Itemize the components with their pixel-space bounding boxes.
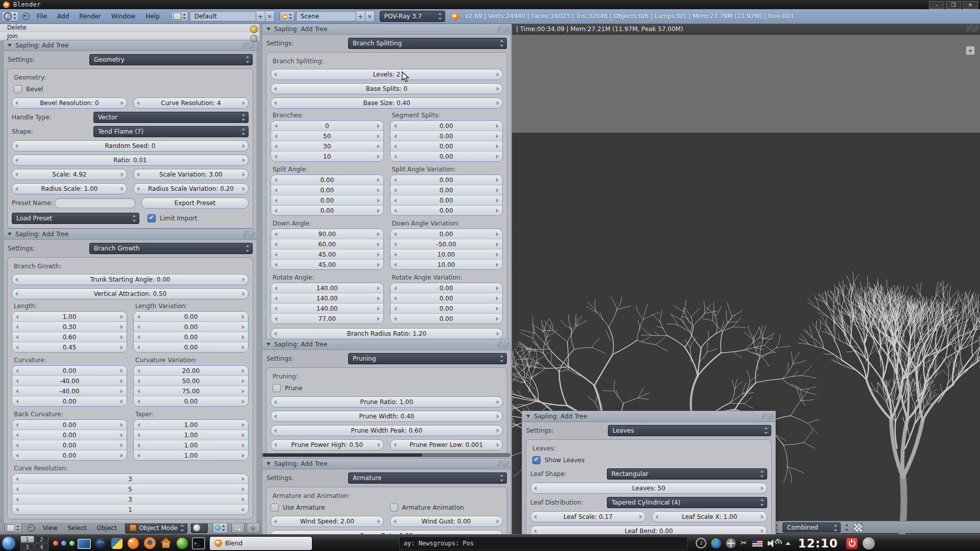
panel-grip-icon[interactable] bbox=[243, 42, 255, 49]
prune-width-peak-slider[interactable]: Prune Width Peak: 0.60 bbox=[271, 425, 503, 436]
decrement-arrow[interactable] bbox=[275, 134, 277, 138]
increment-arrow[interactable] bbox=[242, 399, 244, 404]
decrement-arrow[interactable] bbox=[137, 369, 140, 373]
collapse-triangle-icon[interactable] bbox=[8, 44, 12, 47]
number-field[interactable]: 0.00 bbox=[12, 430, 127, 440]
power-button[interactable] bbox=[846, 537, 858, 549]
scene-name-field[interactable]: Scene bbox=[296, 11, 356, 21]
settings-dropdown-branch-growth[interactable]: Branch Growth bbox=[89, 243, 253, 254]
number-field[interactable]: 10 bbox=[271, 151, 383, 161]
number-field[interactable]: 0.00 bbox=[12, 396, 127, 406]
panel-geometry-header[interactable]: Sapling: Add Tree bbox=[4, 40, 257, 51]
decrement-arrow[interactable] bbox=[16, 443, 18, 447]
collapse-triangle-icon[interactable] bbox=[266, 462, 271, 465]
increment-arrow[interactable] bbox=[496, 134, 499, 138]
number-field[interactable]: 0.00 bbox=[390, 205, 503, 215]
increment-arrow[interactable] bbox=[377, 134, 380, 138]
random-seed-slider[interactable]: Random Seed: 0 bbox=[12, 140, 249, 152]
increment-arrow[interactable] bbox=[377, 209, 380, 213]
settings-dropdown-pruning[interactable]: Pruning bbox=[348, 353, 507, 364]
decrement-arrow[interactable] bbox=[137, 433, 140, 437]
panel-leaves-header[interactable]: Sapling: Add Tree bbox=[522, 411, 775, 422]
decrement-arrow[interactable] bbox=[275, 296, 277, 300]
decrement-arrow[interactable] bbox=[16, 345, 18, 349]
handle-type-dropdown[interactable]: Vector bbox=[93, 112, 249, 123]
increment-arrow[interactable] bbox=[242, 477, 244, 481]
footer-arrows-icon[interactable] bbox=[845, 523, 849, 532]
increment-arrow[interactable] bbox=[377, 253, 380, 257]
panel-pruning-header[interactable]: Sapling: Add Tree bbox=[262, 339, 511, 350]
scale-variation-slider[interactable]: Scale Variation: 3.00 bbox=[133, 169, 249, 180]
leaf-scale-x-slider[interactable]: Leaf Scale X: 1.00 bbox=[652, 511, 767, 522]
increment-arrow[interactable] bbox=[377, 242, 380, 246]
number-field[interactable]: 140.00 bbox=[271, 303, 383, 313]
decrement-arrow[interactable] bbox=[274, 519, 277, 523]
number-field[interactable]: 90.00 bbox=[271, 229, 383, 239]
number-field[interactable]: 0.00 bbox=[390, 151, 503, 161]
preset-name-input[interactable] bbox=[55, 198, 135, 208]
decrement-arrow[interactable] bbox=[274, 443, 277, 447]
scrollbar-handle[interactable] bbox=[263, 454, 422, 457]
decrement-arrow[interactable] bbox=[394, 124, 397, 128]
number-field[interactable]: 0.00 bbox=[12, 366, 127, 375]
increment-arrow[interactable] bbox=[497, 519, 499, 523]
increment-arrow[interactable] bbox=[496, 242, 499, 246]
decrement-arrow[interactable] bbox=[16, 335, 18, 339]
decrement-arrow[interactable] bbox=[394, 198, 397, 203]
increment-arrow[interactable] bbox=[120, 389, 123, 393]
decrement-arrow[interactable] bbox=[137, 423, 140, 427]
increment-arrow[interactable] bbox=[496, 253, 499, 257]
increment-arrow[interactable] bbox=[242, 278, 245, 282]
increment-arrow[interactable] bbox=[761, 486, 764, 490]
increment-arrow[interactable] bbox=[121, 187, 124, 191]
decrement-arrow[interactable] bbox=[16, 433, 18, 437]
decrement-arrow[interactable] bbox=[534, 529, 536, 533]
increment-arrow[interactable] bbox=[377, 198, 380, 203]
number-field[interactable]: 0.00 bbox=[12, 420, 127, 430]
pivot-dropdown[interactable] bbox=[213, 523, 228, 533]
number-field[interactable]: 0.00 bbox=[134, 312, 248, 321]
increment-arrow[interactable] bbox=[242, 379, 244, 383]
task-button-blender[interactable]: Blend bbox=[210, 537, 312, 550]
base-size-slider[interactable]: Base Size: 0.40 bbox=[271, 97, 503, 109]
radius-scale-variation-slider[interactable]: Radius Scale Variation: 0.20 bbox=[133, 183, 249, 194]
green-app-launcher-icon[interactable] bbox=[176, 537, 189, 550]
bevel-resolution-slider[interactable]: Bevel Resolution: 0 bbox=[12, 97, 127, 109]
decrement-arrow[interactable] bbox=[275, 198, 277, 203]
decrement-arrow[interactable] bbox=[137, 325, 140, 329]
decrement-arrow[interactable] bbox=[394, 519, 396, 523]
number-field[interactable]: 50 bbox=[271, 131, 383, 141]
panel-grip-icon[interactable] bbox=[497, 341, 509, 348]
increment-arrow[interactable] bbox=[242, 292, 245, 296]
increment-arrow[interactable] bbox=[121, 101, 124, 105]
number-field[interactable]: 0.00 bbox=[390, 195, 503, 205]
window-titlebar[interactable]: Blender – ❐ ✕ bbox=[0, 0, 980, 9]
close-button[interactable]: ✕ bbox=[963, 1, 978, 9]
number-field[interactable]: 0.00 bbox=[390, 229, 503, 239]
number-field[interactable]: 0.00 bbox=[134, 396, 248, 406]
number-field[interactable]: 0.00 bbox=[390, 131, 503, 141]
scene-selector-button[interactable] bbox=[280, 11, 295, 21]
decrement-arrow[interactable] bbox=[394, 443, 396, 447]
trunk-starting-angle-slider[interactable]: Trunk Starting Angle: 0.00 bbox=[12, 274, 249, 285]
increment-arrow[interactable] bbox=[242, 389, 244, 393]
number-field[interactable]: 0.00 bbox=[271, 175, 383, 185]
decrement-arrow[interactable] bbox=[274, 414, 277, 418]
collapse-menus-icon[interactable] bbox=[22, 13, 30, 20]
prune-power-low-slider[interactable]: Prune Power Low: 0.001 bbox=[390, 439, 503, 450]
show-leaves-row[interactable]: Show Leaves bbox=[532, 456, 766, 464]
number-field[interactable]: 1.00 bbox=[134, 450, 248, 460]
increment-arrow[interactable] bbox=[377, 317, 380, 321]
number-field[interactable]: 0.00 bbox=[271, 195, 383, 205]
horizontal-scrollbar[interactable] bbox=[262, 453, 510, 457]
number-field[interactable]: 0.00 bbox=[134, 321, 248, 332]
firefox-launcher-icon[interactable] bbox=[143, 537, 156, 550]
prune-ratio-slider[interactable]: Prune Ratio: 1.00 bbox=[271, 396, 503, 408]
number-field[interactable]: 0.30 bbox=[12, 321, 127, 332]
decrement-arrow[interactable] bbox=[15, 158, 18, 162]
number-field[interactable]: 3 bbox=[12, 474, 248, 484]
wind-gust-slider[interactable]: Wind Gust: 0.00 bbox=[390, 516, 503, 527]
task-button-newsreader[interactable]: ay: Newsgroups: Pos bbox=[399, 537, 688, 550]
number-field[interactable]: 0 bbox=[271, 121, 383, 131]
number-field[interactable]: 0.00 bbox=[271, 205, 383, 215]
